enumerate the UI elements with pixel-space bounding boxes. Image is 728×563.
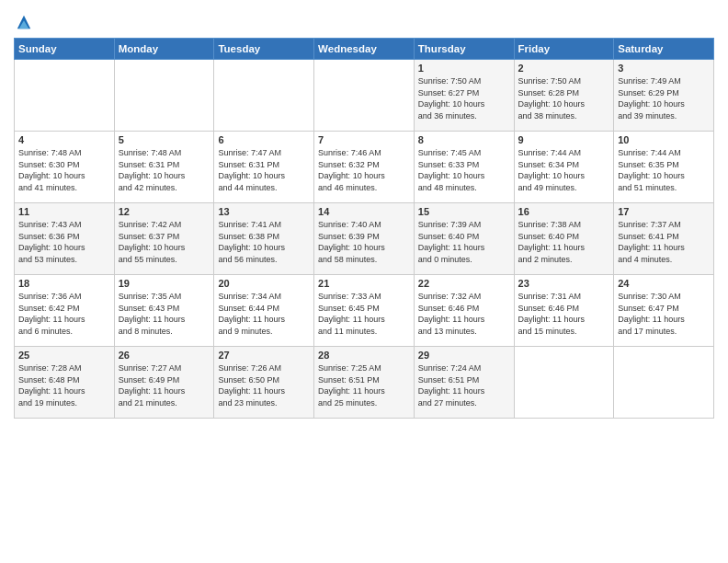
day-number: 24 <box>618 278 710 289</box>
day-number: 23 <box>518 278 610 289</box>
day-info: Sunrise: 7:34 AM Sunset: 6:44 PM Dayligh… <box>218 291 310 337</box>
day-number: 28 <box>318 350 410 361</box>
day-cell: 23Sunrise: 7:31 AM Sunset: 6:46 PM Dayli… <box>514 275 614 347</box>
header <box>14 9 714 30</box>
day-info: Sunrise: 7:26 AM Sunset: 6:50 PM Dayligh… <box>218 362 310 408</box>
day-number: 26 <box>119 350 210 361</box>
day-number: 1 <box>418 63 510 74</box>
day-number: 10 <box>618 134 710 145</box>
day-cell: 2Sunrise: 7:50 AM Sunset: 6:28 PM Daylig… <box>514 60 614 132</box>
day-info: Sunrise: 7:28 AM Sunset: 6:48 PM Dayligh… <box>18 362 110 408</box>
day-number: 22 <box>418 278 510 289</box>
week-row-1: 4Sunrise: 7:48 AM Sunset: 6:30 PM Daylig… <box>15 132 714 203</box>
day-cell: 20Sunrise: 7:34 AM Sunset: 6:44 PM Dayli… <box>214 275 314 347</box>
day-number: 21 <box>318 278 410 289</box>
day-cell: 4Sunrise: 7:48 AM Sunset: 6:30 PM Daylig… <box>15 132 115 203</box>
day-info: Sunrise: 7:50 AM Sunset: 6:28 PM Dayligh… <box>518 75 610 121</box>
day-number: 4 <box>18 134 110 145</box>
weekday-header-friday: Friday <box>514 39 614 60</box>
day-cell: 6Sunrise: 7:47 AM Sunset: 6:31 PM Daylig… <box>214 132 314 203</box>
page: SundayMondayTuesdayWednesdayThursdayFrid… <box>0 0 728 563</box>
day-cell: 25Sunrise: 7:28 AM Sunset: 6:48 PM Dayli… <box>15 347 115 419</box>
day-number: 6 <box>218 134 310 145</box>
weekday-header-row: SundayMondayTuesdayWednesdayThursdayFrid… <box>15 39 714 60</box>
day-info: Sunrise: 7:33 AM Sunset: 6:45 PM Dayligh… <box>318 291 410 337</box>
day-number: 12 <box>119 206 210 217</box>
day-cell <box>514 347 614 419</box>
day-info: Sunrise: 7:47 AM Sunset: 6:31 PM Dayligh… <box>218 147 310 193</box>
day-number: 14 <box>318 206 410 217</box>
day-cell: 5Sunrise: 7:48 AM Sunset: 6:31 PM Daylig… <box>114 132 214 203</box>
day-cell: 16Sunrise: 7:38 AM Sunset: 6:40 PM Dayli… <box>514 203 614 275</box>
day-number: 3 <box>618 63 710 74</box>
day-cell: 8Sunrise: 7:45 AM Sunset: 6:33 PM Daylig… <box>414 132 514 203</box>
day-info: Sunrise: 7:36 AM Sunset: 6:42 PM Dayligh… <box>18 291 110 337</box>
day-info: Sunrise: 7:42 AM Sunset: 6:37 PM Dayligh… <box>119 219 210 265</box>
week-row-4: 25Sunrise: 7:28 AM Sunset: 6:48 PM Dayli… <box>15 347 714 419</box>
day-number: 13 <box>218 206 310 217</box>
day-cell: 11Sunrise: 7:43 AM Sunset: 6:36 PM Dayli… <box>15 203 115 275</box>
day-cell: 12Sunrise: 7:42 AM Sunset: 6:37 PM Dayli… <box>114 203 214 275</box>
day-cell <box>314 60 415 132</box>
day-info: Sunrise: 7:40 AM Sunset: 6:39 PM Dayligh… <box>318 219 410 265</box>
day-cell: 10Sunrise: 7:44 AM Sunset: 6:35 PM Dayli… <box>614 132 714 203</box>
day-info: Sunrise: 7:39 AM Sunset: 6:40 PM Dayligh… <box>418 219 510 265</box>
day-cell <box>614 347 714 419</box>
day-cell <box>214 60 314 132</box>
day-number: 16 <box>518 206 610 217</box>
day-number: 17 <box>618 206 710 217</box>
day-info: Sunrise: 7:30 AM Sunset: 6:47 PM Dayligh… <box>618 291 710 337</box>
logo-icon <box>16 14 32 30</box>
day-info: Sunrise: 7:48 AM Sunset: 6:30 PM Dayligh… <box>18 147 110 193</box>
day-info: Sunrise: 7:48 AM Sunset: 6:31 PM Dayligh… <box>119 147 210 193</box>
day-info: Sunrise: 7:41 AM Sunset: 6:38 PM Dayligh… <box>218 219 310 265</box>
day-info: Sunrise: 7:50 AM Sunset: 6:27 PM Dayligh… <box>418 75 510 121</box>
logo <box>14 14 32 30</box>
calendar-table: SundayMondayTuesdayWednesdayThursdayFrid… <box>14 38 714 419</box>
week-row-0: 1Sunrise: 7:50 AM Sunset: 6:27 PM Daylig… <box>15 60 714 132</box>
day-number: 5 <box>119 134 210 145</box>
day-cell: 17Sunrise: 7:37 AM Sunset: 6:41 PM Dayli… <box>614 203 714 275</box>
day-number: 18 <box>18 278 110 289</box>
day-info: Sunrise: 7:38 AM Sunset: 6:40 PM Dayligh… <box>518 219 610 265</box>
day-cell: 22Sunrise: 7:32 AM Sunset: 6:46 PM Dayli… <box>414 275 514 347</box>
day-number: 19 <box>119 278 210 289</box>
day-cell: 14Sunrise: 7:40 AM Sunset: 6:39 PM Dayli… <box>314 203 415 275</box>
day-cell: 28Sunrise: 7:25 AM Sunset: 6:51 PM Dayli… <box>314 347 415 419</box>
week-row-2: 11Sunrise: 7:43 AM Sunset: 6:36 PM Dayli… <box>15 203 714 275</box>
weekday-header-monday: Monday <box>114 39 214 60</box>
day-cell: 3Sunrise: 7:49 AM Sunset: 6:29 PM Daylig… <box>614 60 714 132</box>
weekday-header-thursday: Thursday <box>414 39 514 60</box>
day-info: Sunrise: 7:35 AM Sunset: 6:43 PM Dayligh… <box>119 291 210 337</box>
day-cell <box>114 60 214 132</box>
day-cell: 13Sunrise: 7:41 AM Sunset: 6:38 PM Dayli… <box>214 203 314 275</box>
day-cell: 21Sunrise: 7:33 AM Sunset: 6:45 PM Dayli… <box>314 275 415 347</box>
day-cell: 26Sunrise: 7:27 AM Sunset: 6:49 PM Dayli… <box>114 347 214 419</box>
day-number: 9 <box>518 134 610 145</box>
day-number: 7 <box>318 134 410 145</box>
day-info: Sunrise: 7:32 AM Sunset: 6:46 PM Dayligh… <box>418 291 510 337</box>
day-cell: 27Sunrise: 7:26 AM Sunset: 6:50 PM Dayli… <box>214 347 314 419</box>
day-info: Sunrise: 7:37 AM Sunset: 6:41 PM Dayligh… <box>618 219 710 265</box>
day-number: 11 <box>18 206 110 217</box>
day-info: Sunrise: 7:44 AM Sunset: 6:34 PM Dayligh… <box>518 147 610 193</box>
day-info: Sunrise: 7:45 AM Sunset: 6:33 PM Dayligh… <box>418 147 510 193</box>
day-number: 2 <box>518 63 610 74</box>
weekday-header-sunday: Sunday <box>15 39 115 60</box>
day-cell: 29Sunrise: 7:24 AM Sunset: 6:51 PM Dayli… <box>414 347 514 419</box>
day-cell: 7Sunrise: 7:46 AM Sunset: 6:32 PM Daylig… <box>314 132 415 203</box>
day-info: Sunrise: 7:27 AM Sunset: 6:49 PM Dayligh… <box>119 362 210 408</box>
day-info: Sunrise: 7:25 AM Sunset: 6:51 PM Dayligh… <box>318 362 410 408</box>
day-info: Sunrise: 7:49 AM Sunset: 6:29 PM Dayligh… <box>618 75 710 121</box>
day-cell: 9Sunrise: 7:44 AM Sunset: 6:34 PM Daylig… <box>514 132 614 203</box>
day-cell <box>15 60 115 132</box>
day-cell: 1Sunrise: 7:50 AM Sunset: 6:27 PM Daylig… <box>414 60 514 132</box>
day-cell: 19Sunrise: 7:35 AM Sunset: 6:43 PM Dayli… <box>114 275 214 347</box>
day-info: Sunrise: 7:44 AM Sunset: 6:35 PM Dayligh… <box>618 147 710 193</box>
day-number: 20 <box>218 278 310 289</box>
day-number: 15 <box>418 206 510 217</box>
day-info: Sunrise: 7:46 AM Sunset: 6:32 PM Dayligh… <box>318 147 410 193</box>
day-number: 8 <box>418 134 510 145</box>
day-cell: 15Sunrise: 7:39 AM Sunset: 6:40 PM Dayli… <box>414 203 514 275</box>
weekday-header-saturday: Saturday <box>614 39 714 60</box>
